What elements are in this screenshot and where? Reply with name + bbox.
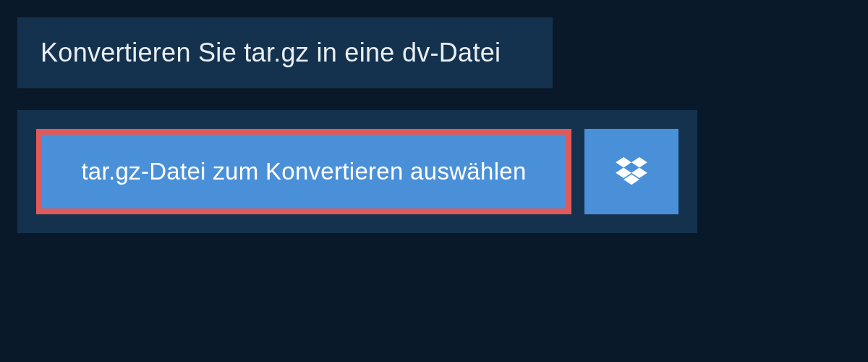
header-bar: Konvertieren Sie tar.gz in eine dv-Datei [17,17,553,88]
select-file-button[interactable]: tar.gz-Datei zum Konvertieren auswählen [36,129,571,214]
select-file-button-label: tar.gz-Datei zum Konvertieren auswählen [81,158,526,185]
main-container: Konvertieren Sie tar.gz in eine dv-Datei… [0,17,868,233]
page-title: Konvertieren Sie tar.gz in eine dv-Datei [41,38,529,68]
upload-section: tar.gz-Datei zum Konvertieren auswählen [17,110,697,233]
dropbox-icon [616,157,647,186]
dropbox-button[interactable] [584,129,678,214]
